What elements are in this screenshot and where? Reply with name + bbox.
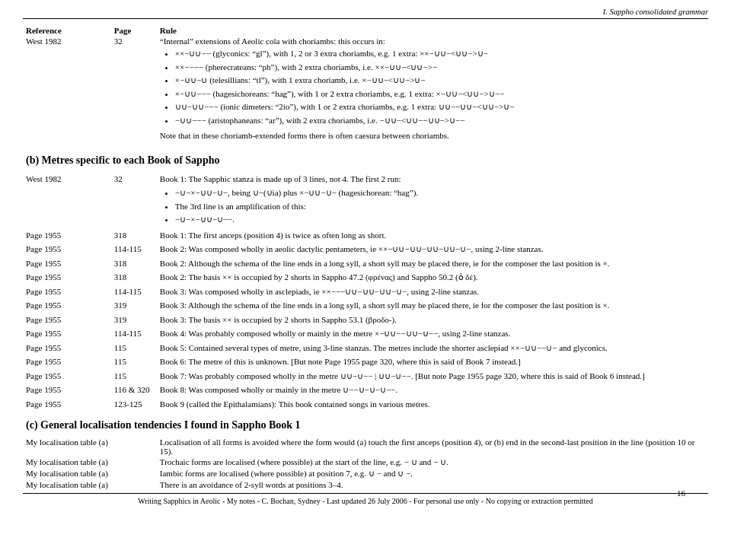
row-9-rule: Book 5: Contained several types of metre… bbox=[157, 341, 708, 355]
row-10-ref: Page 1955 bbox=[23, 355, 111, 369]
section-b-heading-cell: (b) Metres specific to each Book of Sapp… bbox=[23, 146, 708, 172]
row-7-page: 319 bbox=[111, 313, 157, 327]
intro-page: 32 bbox=[111, 36, 157, 146]
c-row-2-page bbox=[111, 468, 157, 479]
row-11-rule: Book 7: Was probably composed wholly in … bbox=[157, 369, 708, 383]
row-0-sub-1: The 3rd line is an amplification of this… bbox=[175, 200, 705, 213]
row-2-ref: Page 1955 bbox=[23, 242, 111, 256]
section-b-row-10: Page 1955115Book 6: The metre of this is… bbox=[23, 355, 708, 369]
row-8-rule: Book 4: Was probably composed wholly or … bbox=[157, 326, 708, 341]
section-b-row-7: Page 1955319Book 3: The basis ×× is occu… bbox=[23, 313, 708, 327]
section-b-row-0: West 198232Book 1: The Sapphic stanza is… bbox=[23, 172, 708, 228]
row-11-page: 115 bbox=[111, 369, 157, 383]
section-b-row-13: Page 1955123-125Book 9 (called the Epith… bbox=[23, 397, 708, 412]
row-0-page: 32 bbox=[111, 172, 157, 228]
footer-text: Writing Sapphics in Aeolic - My notes - … bbox=[138, 497, 593, 505]
row-11-rule-text: Book 7: Was probably composed wholly in … bbox=[160, 370, 705, 383]
row-2-rule-text: Book 2: Was composed wholly in aeolic da… bbox=[160, 243, 705, 256]
section-b-row-9: Page 1955115Book 5: Contained several ty… bbox=[23, 341, 708, 355]
row-0-sub-0: −∪−×−∪∪−∪−, being ∪−(∪ia) plus ×−∪∪−∪− (… bbox=[175, 186, 705, 199]
intro-rule: “Internal” extensions of Aeolic cola wit… bbox=[157, 36, 708, 146]
section-c-heading-cell: (c) General localisation tendencies I fo… bbox=[23, 411, 708, 437]
row-9-rule-text: Book 5: Contained several types of metre… bbox=[160, 342, 705, 355]
row-12-ref: Page 1955 bbox=[23, 383, 111, 397]
row-4-page: 318 bbox=[111, 270, 157, 285]
section-c-row-2: My localisation table (a)Iambic forms ar… bbox=[23, 468, 708, 479]
c-row-0-rule: Localisation of all forms is avoided whe… bbox=[157, 437, 708, 457]
section-c-heading: (c) General localisation tendencies I fo… bbox=[26, 419, 705, 431]
col-header-ref: Reference bbox=[23, 25, 111, 36]
c-row-0-page bbox=[111, 437, 157, 457]
row-5-page: 114-115 bbox=[111, 285, 157, 299]
intro-bullet-5: −∪∪−−− (aristophaneans: “ar”), with 2 ex… bbox=[175, 114, 705, 127]
intro-row: West 198232“Internal” extensions of Aeol… bbox=[23, 36, 708, 146]
c-row-1-page bbox=[111, 457, 157, 468]
row-7-rule: Book 3: The basis ×× is occupied by 2 sh… bbox=[157, 313, 708, 327]
row-12-rule: Book 8: Was composed wholly or mainly in… bbox=[157, 383, 708, 397]
intro-bullet-3: ×−∪∪−−− (hagesichoreans: “hag”), with 1 … bbox=[175, 88, 705, 100]
row-5-rule-text: Book 3: Was composed wholly in asclepiad… bbox=[160, 285, 705, 298]
header-title: I. Sappho consolidated grammar bbox=[603, 8, 708, 16]
section-b-row-3: Page 1955318Book 2: Although the schema … bbox=[23, 256, 708, 271]
section-b-row-11: Page 1955115Book 7: Was probably compose… bbox=[23, 369, 708, 383]
row-12-rule-text: Book 8: Was composed wholly or mainly in… bbox=[160, 383, 705, 396]
page-number: 16 bbox=[677, 488, 685, 498]
row-7-ref: Page 1955 bbox=[23, 313, 111, 327]
section-b-row-8: Page 1955114-115Book 4: Was probably com… bbox=[23, 326, 708, 341]
row-3-ref: Page 1955 bbox=[23, 256, 111, 271]
section-b-row-2: Page 1955114-115Book 2: Was composed who… bbox=[23, 242, 708, 256]
section-b-heading-row: (b) Metres specific to each Book of Sapp… bbox=[23, 146, 708, 172]
intro-ref: West 1982 bbox=[23, 36, 111, 146]
row-3-rule: Book 2: Although the schema of the line … bbox=[157, 256, 708, 271]
intro-bullet-0: ××−∪∪−− (glyconics: “gl”), with 1, 2 or … bbox=[175, 47, 705, 60]
row-2-page: 114-115 bbox=[111, 242, 157, 256]
section-b-row-12: Page 1955116 & 320Book 8: Was composed w… bbox=[23, 383, 708, 397]
c-row-1-ref: My localisation table (a) bbox=[23, 457, 111, 468]
row-7-rule-text: Book 3: The basis ×× is occupied by 2 sh… bbox=[160, 313, 705, 326]
row-9-ref: Page 1955 bbox=[23, 341, 111, 355]
row-13-page: 123-125 bbox=[111, 397, 157, 412]
c-row-2-ref: My localisation table (a) bbox=[23, 468, 111, 479]
section-b-heading: (b) Metres specific to each Book of Sapp… bbox=[26, 154, 705, 167]
c-row-3-page bbox=[111, 479, 157, 490]
section-b-row-4: Page 1955318Book 2: The basis ×× is occu… bbox=[23, 270, 708, 285]
row-11-ref: Page 1955 bbox=[23, 369, 111, 383]
row-5-rule: Book 3: Was composed wholly in asclepiad… bbox=[157, 285, 708, 299]
col-header-page: Page bbox=[111, 25, 157, 36]
row-4-ref: Page 1955 bbox=[23, 270, 111, 285]
c-row-2-rule: Iambic forms are localised (where possib… bbox=[157, 468, 708, 479]
section-c-row-0: My localisation table (a)Localisation of… bbox=[23, 437, 708, 457]
c-row-0-ref: My localisation table (a) bbox=[23, 437, 111, 457]
row-4-rule-text: Book 2: The basis ×× is occupied by 2 sh… bbox=[160, 271, 705, 284]
c-row-3-rule: There is an avoidance of 2-syll words at… bbox=[157, 479, 708, 490]
row-8-rule-text: Book 4: Was probably composed wholly or … bbox=[160, 327, 705, 340]
row-8-page: 114-115 bbox=[111, 326, 157, 341]
row-0-rule: Book 1: The Sapphic stanza is made up of… bbox=[157, 172, 708, 228]
section-c-row-3: My localisation table (a)There is an avo… bbox=[23, 479, 708, 490]
page-footer: Writing Sapphics in Aeolic - My notes - … bbox=[23, 493, 708, 505]
row-6-rule-text: Book 3: Although the schema of the line … bbox=[160, 299, 705, 312]
section-c-row-1: My localisation table (a)Trochaic forms … bbox=[23, 457, 708, 468]
intro-bullet-2: ×−∪∪−∪ (telesillians: “tl”), with 1 extr… bbox=[175, 74, 705, 87]
row-4-rule: Book 2: The basis ×× is occupied by 2 sh… bbox=[157, 270, 708, 285]
c-row-3-ref: My localisation table (a) bbox=[23, 479, 111, 490]
row-0-rule-text: Book 1: The Sapphic stanza is made up of… bbox=[160, 173, 705, 186]
row-1-rule: Book 1: The first anceps (position 4) is… bbox=[157, 228, 708, 243]
row-0-ref: West 1982 bbox=[23, 172, 111, 228]
row-3-page: 318 bbox=[111, 256, 157, 271]
section-c-heading-row: (c) General localisation tendencies I fo… bbox=[23, 411, 708, 437]
row-12-page: 116 & 320 bbox=[111, 383, 157, 397]
intro-bullet-1: ××−−−− (pherecrateans: “ph”), with 2 ext… bbox=[175, 61, 705, 74]
row-1-rule-text: Book 1: The first anceps (position 4) is… bbox=[160, 229, 705, 242]
page-container: I. Sappho consolidated grammar Reference… bbox=[0, 0, 731, 513]
row-10-rule: Book 6: The metre of this is unknown. [B… bbox=[157, 355, 708, 369]
section-b-row-5: Page 1955114-115Book 3: Was composed who… bbox=[23, 285, 708, 299]
intro-bullet-4: ∪∪−∪∪−−− (ionic dimeters: “2io”), with 1… bbox=[175, 100, 705, 113]
row-0-sub-2: −∪−×−∪∪−∪−−. bbox=[175, 213, 705, 226]
page-header: I. Sappho consolidated grammar bbox=[23, 8, 708, 19]
row-5-ref: Page 1955 bbox=[23, 285, 111, 299]
row-13-ref: Page 1955 bbox=[23, 397, 111, 412]
row-6-rule: Book 3: Although the schema of the line … bbox=[157, 298, 708, 313]
intro-note: Note that in these choriamb-extended for… bbox=[160, 129, 705, 142]
row-3-rule-text: Book 2: Although the schema of the line … bbox=[160, 257, 705, 270]
